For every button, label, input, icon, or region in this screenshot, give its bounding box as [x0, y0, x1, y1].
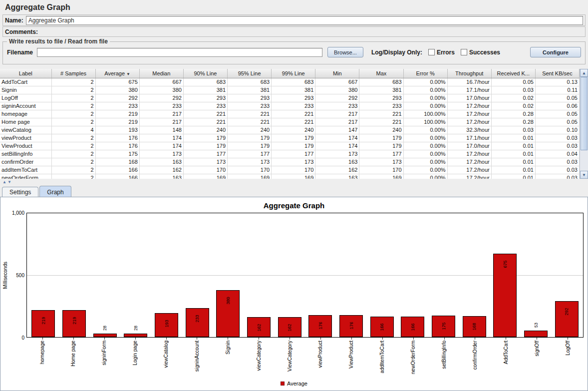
cell-label: viewCatalog — [0, 126, 51, 134]
cell-value: 0.28 — [491, 118, 535, 126]
x-axis-label: signinAccount — [194, 341, 200, 372]
bar-value-label: 176 — [318, 322, 323, 329]
table-row[interactable]: viewProduct21761741791791791741790.00%17… — [0, 134, 580, 142]
cell-value: 0.28 — [491, 110, 535, 118]
cell-label: ViewProduct — [0, 142, 51, 150]
cell-value: 0.10 — [535, 126, 579, 134]
cell-value: 2 — [51, 102, 95, 110]
scrollbar-thumb[interactable] — [581, 77, 588, 150]
cell-value: 0.01 — [491, 158, 535, 166]
table-row[interactable]: Signin23803803813813813803810.00%17.1/ho… — [0, 86, 580, 94]
column-header-error[interactable]: Error % — [403, 69, 447, 78]
x-label-slot: homepage — [27, 338, 58, 380]
cell-value: 0.01 — [491, 134, 535, 142]
table-row[interactable]: confirmOrder21681631731731731631730.00%1… — [0, 158, 580, 166]
split-collapse-down-icon[interactable]: ▼ — [7, 180, 11, 184]
bar-slot: 166 — [366, 213, 397, 337]
name-input[interactable] — [26, 16, 583, 25]
browse-button[interactable]: Browse... — [327, 47, 363, 57]
results-table: Label# SamplesAverage▼Median90% Line95% … — [0, 69, 580, 179]
filename-input[interactable] — [37, 48, 322, 57]
cell-value: 0.03 — [535, 166, 579, 174]
errors-checkbox[interactable] — [428, 49, 435, 55]
cell-value: 0.00% — [403, 166, 447, 174]
table-row[interactable]: newOrderForm21661631691691691631690.00%1… — [0, 174, 580, 179]
cell-value: 169 — [359, 174, 403, 179]
column-header-received-k[interactable]: Received K... — [491, 69, 535, 78]
scroll-up-icon[interactable]: ▲ — [580, 69, 588, 77]
cell-label: newOrderForm — [0, 174, 51, 179]
table-row[interactable]: setBillingInfo21751731771771771731770.00… — [0, 150, 580, 158]
column-header-sent-kb-sec[interactable]: Sent KB/sec — [535, 69, 579, 78]
cell-value: 0.06 — [535, 102, 579, 110]
bar-value-label: 292 — [564, 308, 569, 315]
cell-value: 174 — [139, 134, 183, 142]
cell-value: 0.03 — [535, 158, 579, 166]
table-row[interactable]: addItemToCart21661621701701701621700.00%… — [0, 166, 580, 174]
cell-value: 17.2/hour — [447, 174, 491, 179]
cell-value: 292 — [315, 94, 359, 102]
configure-button[interactable]: Configure — [530, 47, 581, 57]
column-header-99-line[interactable]: 99% Line — [272, 69, 315, 78]
cell-value: 240 — [272, 126, 315, 134]
cell-value: 173 — [183, 158, 227, 166]
errors-checkbox-label: Errors — [437, 49, 455, 56]
table-row[interactable]: AddToCart26756676836836836676830.00%16.7… — [0, 78, 580, 86]
table-row[interactable]: viewCatalog41931482402402401472400.00%32… — [0, 126, 580, 134]
table-row[interactable]: homepage2219217221221221217221100.00%17.… — [0, 110, 580, 118]
tab-settings[interactable]: Settings — [2, 187, 38, 197]
x-axis-label: Home page — [70, 341, 76, 367]
table-row[interactable]: LogOff22922922932932932922930.00%17.0/ho… — [0, 94, 580, 102]
tab-graph[interactable]: Graph — [39, 186, 71, 197]
bar-value-label: 176 — [349, 322, 354, 329]
cell-value: 292 — [95, 94, 139, 102]
cell-value: 381 — [359, 86, 403, 94]
x-axis-label: ViewProduct — [348, 341, 354, 369]
x-label-slot: setBillingInfo — [429, 338, 460, 380]
column-header-min[interactable]: Min — [315, 69, 359, 78]
x-axis-label: viewProduct — [317, 341, 323, 368]
bar-value-label: 219 — [72, 317, 77, 324]
scroll-down-icon[interactable]: ▼ — [580, 171, 588, 179]
write-results-section-title: Write results to file / Read from file — [7, 38, 110, 45]
column-header-90-line[interactable]: 90% Line — [183, 69, 227, 78]
split-pane-divider[interactable]: ▲ ▼ — [0, 179, 588, 185]
x-axis-label: viewCatalog — [163, 341, 169, 368]
bar-slot: 162 — [274, 213, 305, 337]
cell-value: 2 — [51, 118, 95, 126]
cell-value: 174 — [315, 134, 359, 142]
chart-legend: Average — [0, 381, 588, 387]
cell-value: 17.1/hour — [447, 134, 491, 142]
cell-value: 217 — [139, 118, 183, 126]
column-header-95-line[interactable]: 95% Line — [228, 69, 272, 78]
chart-title: Aggregate Graph — [0, 201, 588, 210]
successes-checkbox[interactable] — [461, 49, 467, 55]
column-header-median[interactable]: Median — [139, 69, 183, 78]
cell-value: 380 — [139, 86, 183, 94]
split-collapse-up-icon[interactable]: ▲ — [2, 180, 6, 184]
scrollbar-track[interactable] — [580, 77, 588, 171]
cell-value: 0.04 — [535, 150, 579, 158]
cell-value: 169 — [272, 174, 315, 179]
table-row[interactable]: Home page2219217221221221217221100.00%17… — [0, 118, 580, 126]
column-header-max[interactable]: Max — [359, 69, 403, 78]
bar-value-label: 53 — [534, 323, 539, 328]
column-header-label[interactable]: Label — [0, 69, 51, 78]
table-row[interactable]: signinAccount22332332332332332332330.00%… — [0, 102, 580, 110]
cell-value: 100.00% — [403, 118, 447, 126]
column-header-throughput[interactable]: Throughput — [447, 69, 491, 78]
x-label-slot: ViewCategory — [274, 338, 305, 380]
cell-value: 683 — [359, 78, 403, 86]
x-axis-label: confirmOrder — [472, 341, 478, 370]
cell-value: 0.00% — [403, 126, 447, 134]
x-label-slot: Signin — [212, 338, 243, 380]
column-header-average[interactable]: Average▼ — [95, 69, 139, 78]
cell-value: 221 — [183, 110, 227, 118]
column-header-samples[interactable]: # Samples — [51, 69, 95, 78]
legend-color-swatch — [281, 382, 285, 386]
cell-label: setBillingInfo — [0, 150, 51, 158]
table-row[interactable]: ViewProduct21761741791791791741790.00%17… — [0, 142, 580, 150]
cell-value: 0.13 — [535, 78, 579, 86]
cell-value: 17.2/hour — [447, 150, 491, 158]
comments-input[interactable] — [40, 28, 583, 36]
